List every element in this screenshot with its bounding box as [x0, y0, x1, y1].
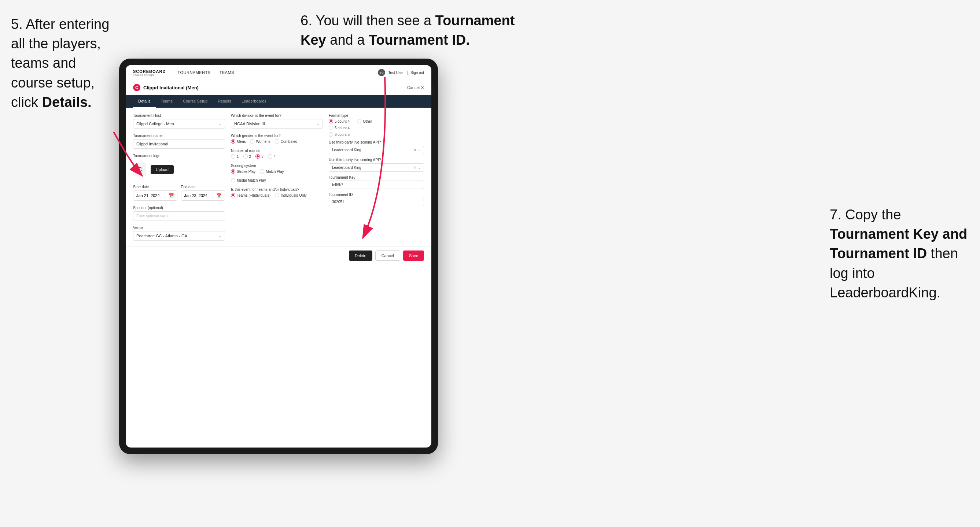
logo-letter: C — [137, 166, 142, 174]
gender-combined-radio[interactable] — [275, 139, 279, 144]
tab-bar: Details Teams Course Setup Results Leade… — [126, 95, 431, 108]
tournament-id-value: 302051 — [329, 198, 424, 206]
gender-womens[interactable]: Womens — [250, 139, 270, 144]
gender-mens-radio[interactable] — [231, 139, 235, 144]
rounds-4[interactable]: 4 — [268, 154, 276, 159]
api1-value: Leaderboard King — [332, 148, 361, 152]
format-other-label: Other — [363, 119, 372, 124]
rounds-3-radio[interactable] — [255, 154, 260, 159]
scoring-stroke-play[interactable]: Stroke Play — [231, 169, 255, 174]
left-column: Tournament Host Clippd College - Men ⌄ T… — [133, 114, 225, 241]
gender-label: Which gender is the event for? — [231, 134, 323, 138]
gender-mens[interactable]: Mens — [231, 139, 245, 144]
cancel-button[interactable]: Cancel — [375, 251, 400, 261]
scoring-match-play[interactable]: Match Play — [260, 169, 284, 174]
end-date-value: Jan 23, 2024 — [185, 194, 208, 198]
nav-tournaments[interactable]: TOURNAMENTS — [177, 70, 210, 75]
scoring-radio-group: Stroke Play Match Play Medal Match Play — [231, 169, 323, 183]
top-nav: SCOREBOARD Powered by clippd TOURNAMENTS… — [126, 65, 431, 80]
api2-label: Use third-party live scoring API? — [329, 158, 424, 162]
right-column: Format type 5 count 4 Other — [329, 114, 424, 241]
format-5count4-label: 5 count 4 — [335, 119, 350, 124]
individuals-only[interactable]: Individuals Only — [275, 193, 307, 197]
sponsor-input[interactable]: Enter sponsor name — [133, 211, 225, 221]
tournament-id-field: Tournament ID 302051 — [329, 193, 424, 206]
nav-teams[interactable]: TEAMS — [220, 70, 234, 75]
chevron-icon: ⌄ — [418, 148, 421, 152]
division-input[interactable]: NCAA Division III ⌄ — [231, 119, 323, 129]
cancel-link[interactable]: Cancel ✕ — [407, 85, 424, 90]
teams-label-text: Teams (+Individuals) — [237, 194, 270, 197]
scoring-match-radio[interactable] — [260, 169, 264, 174]
format-type-label: Format type — [329, 114, 424, 117]
nav-right: TU Test User | Sign out — [378, 69, 424, 76]
clippd-logo: C — [133, 84, 140, 91]
api2-close[interactable]: ✕ ⌄ — [414, 165, 421, 170]
rounds-1-label: 1 — [237, 154, 239, 159]
tab-teams[interactable]: Teams — [156, 95, 178, 108]
format-6count4-radio[interactable] — [329, 125, 333, 130]
format-5count4-radio[interactable] — [329, 119, 333, 124]
tab-details[interactable]: Details — [133, 95, 156, 108]
annotation-top: 6. You will then see a Tournament Key an… — [301, 11, 520, 50]
format-6count4[interactable]: 6 count 4 — [329, 125, 424, 130]
tournament-host-input[interactable]: Clippd College - Men ⌄ — [133, 119, 225, 129]
format-other-radio[interactable] — [357, 119, 361, 124]
tournament-id-label: Tournament ID — [329, 193, 424, 197]
api2-input[interactable]: Leaderboard King ✕ ⌄ — [329, 163, 424, 172]
format-5count4[interactable]: 5 count 4 — [329, 119, 350, 124]
annotation-left: 5. After entering all the players, teams… — [11, 15, 114, 112]
user-name: Test User — [388, 71, 404, 75]
rounds-radio-group: 1 2 3 4 — [231, 154, 323, 159]
sign-out-link[interactable]: Sign out — [410, 71, 424, 75]
sponsor-label: Sponsor (optional) — [133, 206, 225, 210]
gender-combined[interactable]: Combined — [275, 139, 298, 144]
teams-with-individuals[interactable]: Teams (+Individuals) — [231, 193, 270, 197]
close-icon-2[interactable]: ✕ — [414, 165, 416, 170]
tab-course-setup[interactable]: Course Setup — [178, 95, 213, 108]
rounds-2[interactable]: 2 — [243, 154, 251, 159]
format-other[interactable]: Other — [357, 119, 372, 124]
tournament-key-value: b4f6b7 — [329, 181, 424, 189]
teams-radio[interactable] — [231, 193, 235, 197]
venue-input[interactable]: Peachtree GC - Atlanta - GA ⌄ — [133, 231, 225, 241]
api1-input[interactable]: Leaderboard King ✕ ⌄ — [329, 146, 424, 154]
gender-combined-label: Combined — [281, 140, 298, 144]
api1-close[interactable]: ✕ ⌄ — [414, 148, 421, 152]
individuals-label: Individuals Only — [281, 194, 307, 197]
save-button[interactable]: Save — [403, 251, 424, 261]
rounds-4-radio[interactable] — [268, 154, 272, 159]
delete-button[interactable]: Delete — [349, 251, 372, 261]
scoring-medal-radio[interactable] — [231, 178, 235, 183]
chevron-icon-2: ⌄ — [418, 165, 421, 170]
calendar-icon: 📅 — [169, 193, 174, 198]
format-6count5-radio[interactable] — [329, 132, 333, 137]
start-date-input[interactable]: Jan 21, 2024 📅 — [133, 190, 177, 201]
rounds-2-radio[interactable] — [243, 154, 248, 159]
scoring-medal-match-play[interactable]: Medal Match Play — [231, 178, 266, 183]
annotation-right-text: 7. Copy the Tournament Key and Tournamen… — [830, 207, 967, 300]
scoring-stroke-radio[interactable] — [231, 169, 235, 174]
individuals-radio[interactable] — [275, 193, 279, 197]
scoring-label: Scoring system — [231, 164, 323, 168]
rounds-3[interactable]: 3 — [255, 154, 264, 159]
scoring-match-label: Match Play — [266, 170, 284, 174]
close-icon[interactable]: ✕ — [414, 148, 416, 152]
tournament-host-value: Clippd College - Men — [136, 122, 174, 126]
rounds-1-radio[interactable] — [231, 154, 235, 159]
tournament-key-label: Tournament Key — [329, 175, 424, 179]
tournament-name-input[interactable]: Clippd Invitational — [133, 139, 225, 149]
format-6count5[interactable]: 6 count 5 — [329, 132, 424, 137]
start-date-value: Jan 21, 2024 — [136, 194, 160, 198]
division-chevron-icon: ⌄ — [317, 122, 320, 125]
end-date-input[interactable]: Jan 23, 2024 📅 — [181, 190, 225, 201]
rounds-4-label: 4 — [274, 154, 276, 159]
gender-radio-group: Mens Womens Combined — [231, 139, 323, 144]
calendar-icon-end: 📅 — [216, 193, 222, 198]
tab-leaderboards[interactable]: Leaderboards — [236, 95, 272, 108]
tab-results[interactable]: Results — [213, 95, 236, 108]
upload-button[interactable]: Upload — [151, 165, 174, 174]
rounds-1[interactable]: 1 — [231, 154, 239, 159]
chevron-down-icon: ⌄ — [219, 122, 222, 125]
gender-womens-radio[interactable] — [250, 139, 255, 144]
